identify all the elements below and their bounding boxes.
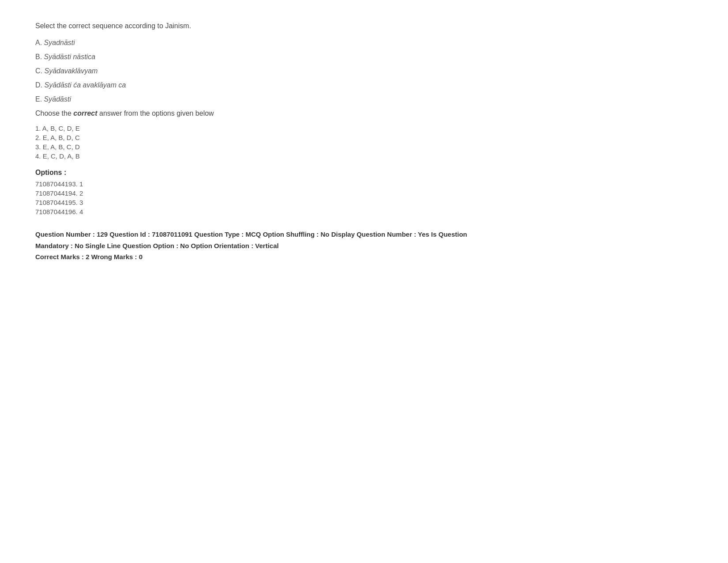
option-id-2: 71087044194. 2 xyxy=(35,189,494,197)
options-list: A. Syadnāsti B. Syādāsti nāstica C. Syād… xyxy=(35,39,494,103)
meta-line2: Correct Marks : 2 Wrong Marks : 0 xyxy=(35,251,494,263)
meta-line1: Question Number : 129 Question Id : 7108… xyxy=(35,229,494,251)
option-c: C. Syādavaklāvyam xyxy=(35,67,494,75)
options-label: Options : xyxy=(35,169,494,177)
option-e: E. Syādāsti xyxy=(35,95,494,103)
option-a: A. Syadnāsti xyxy=(35,39,494,47)
answer-option-4: 4. E, C, D, A, B xyxy=(35,152,494,160)
answer-options-list: 1. A, B, C, D, E 2. E, A, B, D, C 3. E, … xyxy=(35,125,494,160)
question-text: Select the correct sequence according to… xyxy=(35,22,494,30)
answer-option-2: 2. E, A, B, D, C xyxy=(35,134,494,141)
question-meta: Question Number : 129 Question Id : 7108… xyxy=(35,229,494,263)
option-d: D. Syādāsti ća avaklāyam ca xyxy=(35,81,494,89)
options-section: Options : 71087044193. 1 71087044194. 2 … xyxy=(35,169,494,215)
answer-option-1: 1. A, B, C, D, E xyxy=(35,125,494,132)
answer-option-3: 3. E, A, B, C, D xyxy=(35,143,494,151)
option-b: B. Syādāsti nāstica xyxy=(35,53,494,61)
option-id-4: 71087044196. 4 xyxy=(35,208,494,215)
option-id-1: 71087044193. 1 xyxy=(35,180,494,188)
option-id-3: 71087044195. 3 xyxy=(35,199,494,206)
choose-instruction: Choose the correct answer from the optio… xyxy=(35,110,494,117)
